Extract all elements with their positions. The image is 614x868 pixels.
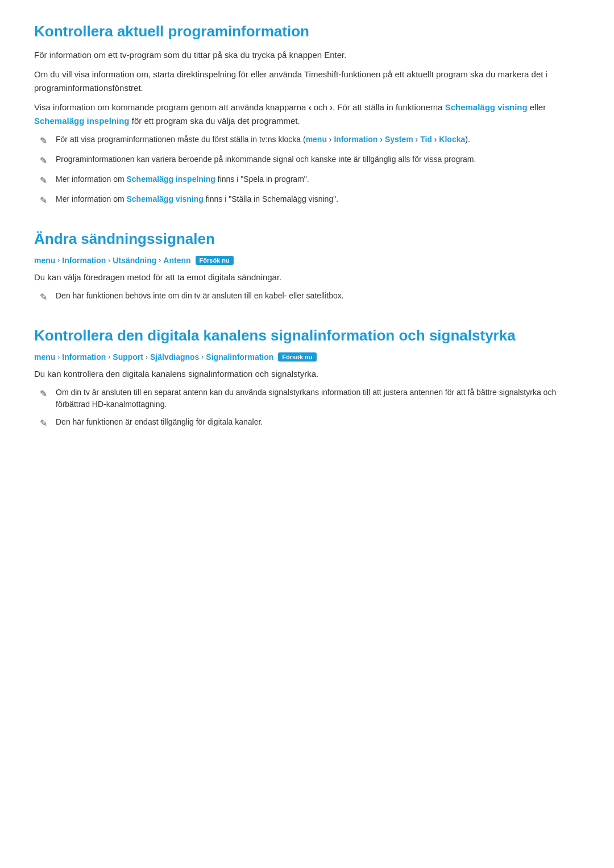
- nav3-signalinformation[interactable]: Signalinformation: [206, 352, 273, 362]
- link-klocka-1[interactable]: Klocka: [439, 135, 465, 144]
- section-signalinformation: Kontrollera den digitala kanalens signal…: [34, 327, 580, 430]
- bullet-icon-4: ✎: [40, 194, 50, 207]
- section1-para1: För information om ett tv-program som du…: [34, 48, 580, 62]
- bullet-text-4: Mer information om Schemalägg visning fi…: [56, 193, 338, 205]
- section2-bullet-item-1: ✎ Den här funktionen behövs inte om din …: [40, 290, 580, 304]
- section3-bullet-item-1: ✎ Om din tv är ansluten till en separat …: [40, 387, 580, 410]
- section1-nav-para: Visa information om kommande program gen…: [34, 101, 580, 128]
- section3-description: Du kan kontrollera den digitala kanalens…: [34, 367, 580, 381]
- nav2-chev2: ›: [108, 256, 110, 264]
- link-schemalägg-inspelning-2[interactable]: Schemalägg inspelning: [126, 175, 215, 184]
- nav-para-between: eller: [528, 102, 546, 112]
- section1-title: Kontrollera aktuell programinformation: [34, 23, 580, 40]
- nav3-chev4: ›: [201, 353, 204, 361]
- nav-para-before: Visa information om kommande program gen…: [34, 102, 309, 112]
- nav-para-middle: och: [312, 102, 330, 112]
- nav3-menu[interactable]: menu: [34, 352, 55, 362]
- nav2-chev1: ›: [57, 256, 60, 264]
- nav3-information[interactable]: Information: [62, 352, 106, 362]
- chev-1: ›: [329, 135, 332, 144]
- section3-bullet-icon-1: ✎: [40, 387, 50, 401]
- nav3-badge[interactable]: Försök nu: [278, 352, 316, 362]
- nav3-chev2: ›: [108, 353, 110, 361]
- nav3-support[interactable]: Support: [113, 352, 143, 362]
- bullet-icon-1: ✎: [40, 134, 50, 148]
- section2-title: Ändra sändningssignalen: [34, 230, 580, 248]
- nav2-menu[interactable]: menu: [34, 256, 55, 265]
- section2-description: Du kan välja föredragen metod för att ta…: [34, 271, 580, 284]
- link-system-1[interactable]: System: [385, 135, 413, 144]
- section1-para2: Om du vill visa information om, starta d…: [34, 68, 580, 95]
- nav3-chev3: ›: [146, 353, 148, 361]
- nav2-utsandning[interactable]: Utsändning: [113, 256, 156, 265]
- section1-bullet-list: ✎ För att visa programinformationen måst…: [40, 134, 580, 207]
- section2-bullet-text-1: Den här funktionen behövs inte om din tv…: [56, 290, 344, 302]
- link-schemalägg-inspelning-1[interactable]: Schemalägg inspelning: [34, 116, 130, 126]
- bullet-icon-2: ✎: [40, 154, 50, 168]
- bullet-item-1: ✎ För att visa programinformationen måst…: [40, 134, 580, 148]
- bullet-item-3: ✎ Mer information om Schemalägg inspelni…: [40, 173, 580, 188]
- section2-bullet-icon-1: ✎: [40, 290, 50, 304]
- section3-nav-path: menu › Information › Support › Självdiag…: [34, 352, 580, 362]
- bullet-text-3: Mer information om Schemalägg inspelning…: [56, 173, 309, 185]
- bullet-item-2: ✎ Programinformationen kan variera beroe…: [40, 153, 580, 168]
- section3-bullet-list: ✎ Om din tv är ansluten till en separat …: [40, 387, 580, 430]
- nav2-information[interactable]: Information: [62, 256, 106, 265]
- bullet-text-1: För att visa programinformationen måste …: [56, 134, 470, 146]
- section-program-information: Kontrollera aktuell programinformation F…: [34, 23, 580, 207]
- section-sandningssignalen: Ändra sändningssignalen menu › Informati…: [34, 230, 580, 304]
- link-tid-1[interactable]: Tid: [420, 135, 432, 144]
- nav2-chev3: ›: [159, 256, 161, 264]
- section3-bullet-text-1: Om din tv är ansluten till en separat an…: [56, 387, 580, 410]
- bullet-text-2: Programinformationen kan variera beroend…: [56, 153, 476, 165]
- chev-3: ›: [416, 135, 418, 144]
- section3-bullet-text-2: Den här funktionen är endast tillgänglig…: [56, 416, 263, 428]
- chev-2: ›: [380, 135, 383, 144]
- nav3-chev1: ›: [57, 353, 60, 361]
- link-information-1[interactable]: Information: [334, 135, 377, 144]
- link-schemalägg-visning-2[interactable]: Schemalägg visning: [126, 194, 203, 203]
- section2-nav-path: menu › Information › Utsändning › Antenn…: [34, 256, 580, 265]
- section2-bullet-list: ✎ Den här funktionen behövs inte om din …: [40, 290, 580, 304]
- bullet-icon-3: ✎: [40, 174, 50, 188]
- section3-bullet-item-2: ✎ Den här funktionen är endast tillgängl…: [40, 416, 580, 430]
- link-schemalägg-visning-1[interactable]: Schemalägg visning: [445, 102, 528, 112]
- chev-4: ›: [434, 135, 437, 144]
- section3-title: Kontrollera den digitala kanalens signal…: [34, 327, 580, 344]
- link-menu-1[interactable]: menu: [306, 135, 327, 144]
- nav-para-end: för ett program ska du välja det program…: [130, 116, 300, 126]
- bullet-item-4: ✎ Mer information om Schemalägg visning …: [40, 193, 580, 207]
- section3-bullet-icon-2: ✎: [40, 417, 50, 430]
- nav3-självdiagnos[interactable]: Självdiagnos: [150, 352, 199, 362]
- nav2-badge[interactable]: Försök nu: [196, 256, 234, 265]
- nav-para-after: . För att ställa in funktionerna: [333, 102, 445, 112]
- nav2-antenn[interactable]: Antenn: [163, 256, 190, 265]
